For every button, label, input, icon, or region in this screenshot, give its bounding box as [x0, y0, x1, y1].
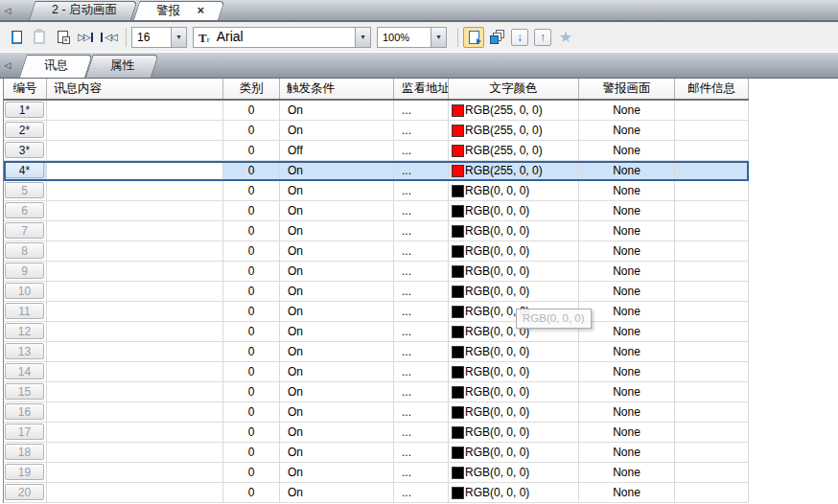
cell-category[interactable]: 0 [223, 302, 280, 321]
cell-trigger[interactable]: On [280, 443, 394, 462]
cell-message-content[interactable] [47, 221, 223, 241]
cell-category[interactable]: 0 [223, 101, 280, 120]
cell-message-content[interactable] [47, 342, 223, 361]
font-size-combobox[interactable]: 16 ▾ [131, 27, 187, 48]
font-family-combobox[interactable]: Tr Arial ▾ [193, 27, 371, 48]
cell-email-info[interactable] [675, 121, 749, 140]
cell-trigger[interactable]: On [280, 362, 394, 381]
cell-watch-address[interactable]: ... [394, 241, 449, 261]
cell-email-info[interactable] [675, 282, 749, 301]
cell-category[interactable]: 0 [223, 362, 280, 381]
cell-trigger[interactable]: On [280, 483, 394, 502]
cell-message-content[interactable] [47, 201, 223, 220]
cell-alarm-screen[interactable]: None [579, 101, 675, 120]
row-number-button[interactable]: 15 [5, 383, 44, 400]
cell-alarm-screen[interactable]: None [579, 322, 675, 341]
cell-email-info[interactable] [675, 181, 749, 200]
cell-text-color[interactable]: RGB(0, 0, 0) [449, 221, 579, 241]
cell-message-content[interactable] [47, 282, 223, 301]
cell-message-content[interactable] [47, 362, 223, 381]
cell-email-info[interactable] [675, 423, 749, 442]
row-number-button[interactable]: 19 [5, 464, 44, 480]
cell-email-info[interactable] [675, 402, 749, 422]
cell-watch-address[interactable]: ... [394, 382, 449, 401]
cell-text-color[interactable]: RGB(0, 0, 0) [449, 201, 579, 220]
cell-text-color[interactable]: RGB(0, 0, 0) [449, 262, 579, 281]
delete-button[interactable]: × [52, 27, 73, 48]
cell-trigger[interactable]: On [280, 221, 394, 241]
cell-alarm-screen[interactable]: None [579, 463, 675, 482]
cell-message-content[interactable] [47, 402, 223, 422]
cell-text-color[interactable]: RGB(0, 0, 0) [449, 241, 579, 261]
cell-alarm-screen[interactable]: None [579, 382, 675, 401]
cell-watch-address[interactable]: ... [394, 181, 449, 200]
cell-email-info[interactable] [675, 443, 749, 462]
cell-category[interactable]: 0 [223, 402, 280, 422]
cell-email-info[interactable] [675, 483, 749, 502]
cell-trigger[interactable]: On [280, 181, 394, 200]
import-data-button[interactable]: ↓ [509, 27, 530, 48]
cell-category[interactable]: 0 [223, 161, 280, 180]
paste-button[interactable] [29, 27, 50, 48]
cell-message-content[interactable] [47, 463, 223, 482]
cell-text-color[interactable]: RGB(0, 0, 0) [449, 181, 579, 200]
cell-watch-address[interactable]: ... [394, 221, 449, 241]
cell-alarm-screen[interactable]: None [579, 342, 675, 361]
cell-email-info[interactable] [675, 101, 749, 120]
cell-trigger[interactable]: On [280, 302, 394, 321]
cell-email-info[interactable] [675, 161, 749, 180]
cell-message-content[interactable] [47, 382, 223, 401]
cell-alarm-screen[interactable]: None [579, 483, 675, 502]
row-number-button[interactable]: 18 [5, 444, 44, 460]
cell-trigger[interactable]: On [280, 402, 394, 422]
cell-email-info[interactable] [675, 241, 749, 261]
cell-message-content[interactable] [47, 241, 223, 261]
cell-category[interactable]: 0 [223, 443, 280, 462]
cell-trigger[interactable]: On [280, 282, 394, 301]
cell-watch-address[interactable]: ... [394, 443, 449, 462]
cell-alarm-screen[interactable]: None [579, 141, 675, 160]
cell-trigger[interactable]: On [280, 121, 394, 140]
cell-alarm-screen[interactable]: None [579, 423, 675, 442]
cell-category[interactable]: 0 [223, 322, 280, 341]
cell-watch-address[interactable]: ... [394, 423, 449, 442]
go-first-button[interactable]: ◁◁ [98, 27, 119, 48]
cell-watch-address[interactable]: ... [394, 362, 449, 381]
cell-alarm-screen[interactable]: None [579, 221, 675, 241]
cell-watch-address[interactable]: ... [394, 141, 449, 160]
row-number-button[interactable]: 1* [5, 102, 44, 118]
cell-category[interactable]: 0 [223, 221, 280, 241]
cell-message-content[interactable] [47, 161, 223, 180]
cell-email-info[interactable] [675, 382, 749, 401]
cell-text-color[interactable]: RGB(0, 0, 0) [449, 342, 579, 361]
cell-watch-address[interactable]: ... [394, 282, 449, 301]
cell-text-color[interactable]: RGB(255, 0, 0) [449, 161, 579, 180]
new-item-button[interactable] [6, 27, 27, 48]
cell-trigger[interactable]: On [280, 262, 394, 281]
cell-message-content[interactable] [47, 262, 223, 281]
go-last-button[interactable]: ▷▷ [75, 27, 96, 48]
cell-alarm-screen[interactable]: None [579, 282, 675, 301]
row-number-button[interactable]: 9 [5, 263, 44, 279]
tab-message[interactable]: 讯息 [19, 55, 85, 78]
cell-trigger[interactable]: On [280, 161, 394, 180]
cell-watch-address[interactable]: ... [394, 302, 449, 321]
export-screen-button[interactable] [463, 27, 484, 48]
cell-email-info[interactable] [675, 201, 749, 220]
row-number-button[interactable]: 11 [5, 303, 44, 319]
cell-trigger[interactable]: On [280, 322, 394, 341]
cell-text-color[interactable]: RGB(255, 0, 0) [449, 121, 579, 140]
cell-email-info[interactable] [675, 141, 749, 160]
cell-text-color[interactable]: RGB(0, 0, 0) [449, 423, 579, 442]
cell-category[interactable]: 0 [223, 121, 280, 140]
cell-watch-address[interactable]: ... [394, 161, 449, 180]
cell-email-info[interactable] [675, 302, 749, 321]
cell-text-color[interactable]: RGB(255, 0, 0) [449, 141, 579, 160]
chevron-down-icon[interactable]: ▾ [431, 28, 446, 47]
cell-trigger[interactable]: On [280, 201, 394, 220]
cell-email-info[interactable] [675, 362, 749, 381]
cell-trigger[interactable]: On [280, 241, 394, 261]
cell-email-info[interactable] [675, 221, 749, 241]
cell-message-content[interactable] [47, 483, 223, 502]
cell-watch-address[interactable]: ... [394, 101, 449, 120]
